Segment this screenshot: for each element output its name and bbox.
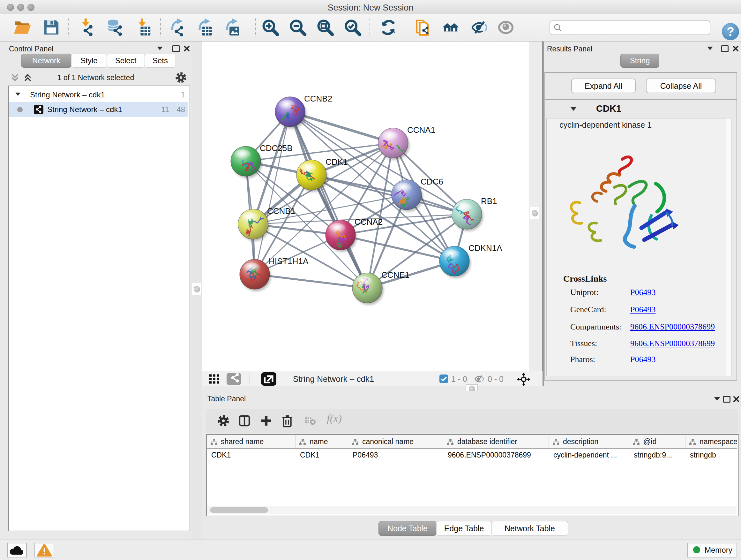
zoom-in-icon[interactable]: [261, 18, 279, 37]
float-panel-icon[interactable]: [172, 45, 180, 52]
float-panel-icon[interactable]: [721, 45, 729, 52]
refresh-icon[interactable]: [380, 18, 397, 37]
zoom-out-icon[interactable]: [289, 18, 307, 37]
crosslink-uniprot-link[interactable]: P06493: [630, 288, 656, 297]
table-cell[interactable]: stringdb:9...: [629, 448, 685, 461]
crosslink-tissues-link[interactable]: 9606.ENSP00000378699: [630, 339, 715, 348]
splitter-grip[interactable]: [192, 283, 201, 295]
table-cell[interactable]: cyclin-dependent ...: [549, 448, 629, 461]
tab-style[interactable]: Style: [71, 54, 107, 68]
table-cell[interactable]: 9606.ENSP00000378699: [443, 448, 549, 461]
tab-edge-table[interactable]: Edge Table: [436, 521, 492, 536]
table-options-gear-icon[interactable]: [217, 415, 230, 427]
create-column-plus-icon[interactable]: [260, 415, 273, 427]
crosslink-compartments-link[interactable]: 9606.ENSP00000378699: [630, 322, 715, 332]
expand-all-button[interactable]: Expand All: [571, 78, 636, 93]
crosslink-genecard-link[interactable]: P06493: [630, 305, 656, 314]
network-options-gear-icon[interactable]: [175, 71, 187, 84]
network-collection-row[interactable]: String Network – cdk1 1: [9, 87, 188, 102]
column-label: canonical name: [362, 437, 414, 446]
tab-string[interactable]: String: [620, 54, 659, 68]
memory-button[interactable]: Memory: [687, 543, 737, 557]
tab-network[interactable]: Network: [21, 54, 71, 68]
column-header[interactable]: canonical name: [348, 435, 443, 448]
column-header[interactable]: @id: [629, 435, 685, 448]
results-scrollbar[interactable]: [726, 118, 731, 376]
selected-checkbox-icon[interactable]: [440, 374, 448, 383]
close-panel-icon[interactable]: [732, 45, 739, 52]
fit-content-crosshair-icon[interactable]: [517, 373, 530, 386]
protein-structure-image: [561, 149, 685, 259]
cloud-status-button[interactable]: [7, 543, 27, 557]
show-columns-icon[interactable]: [238, 415, 251, 427]
clone-network-icon[interactable]: [414, 18, 432, 37]
network-edge[interactable]: [340, 235, 455, 261]
hide-panel-eye-icon[interactable]: [471, 18, 488, 37]
table-panel: Table Panel: [202, 391, 741, 540]
zoom-fit-icon[interactable]: [316, 18, 334, 37]
table-cell[interactable]: CDK1: [295, 448, 348, 461]
search-input[interactable]: [565, 22, 706, 33]
zoom-selected-icon[interactable]: [344, 18, 361, 37]
table-cell[interactable]: stringdb: [685, 448, 741, 461]
float-panel-icon[interactable]: [723, 396, 731, 402]
table-horizontal-scrollbar[interactable]: [207, 506, 737, 514]
network-graph[interactable]: CCNB2CCNA1CDC25BCDK1CDC6RB1CCNB1CCNA2CDK…: [202, 42, 529, 371]
column-header[interactable]: namespace: [685, 435, 741, 448]
network-node-cdkn1a[interactable]: CDKN1A: [440, 243, 502, 278]
column-header[interactable]: name: [295, 435, 348, 448]
crosslink-pharos-link[interactable]: P06493: [630, 355, 656, 364]
network-overview-toggle[interactable]: [226, 373, 241, 385]
tab-sets[interactable]: Sets: [145, 54, 176, 68]
export-network-icon[interactable]: [169, 18, 187, 37]
close-panel-icon[interactable]: [183, 45, 190, 52]
column-header[interactable]: database identifier: [443, 435, 549, 448]
open-session-icon[interactable]: [13, 18, 31, 37]
network-node-rb1[interactable]: RB1: [452, 196, 497, 231]
export-table-icon[interactable]: [197, 18, 214, 37]
network-edge[interactable]: [255, 274, 367, 288]
splitter-grip[interactable]: [530, 207, 539, 219]
network-edge[interactable]: [255, 112, 290, 274]
table-cell[interactable]: CDK1: [207, 448, 295, 461]
column-header[interactable]: shared name: [207, 435, 295, 448]
close-panel-icon[interactable]: [733, 395, 740, 402]
gene-collapse-icon[interactable]: [570, 107, 576, 111]
import-table-file-icon[interactable]: [134, 18, 152, 37]
collection-expand-icon[interactable]: [15, 92, 20, 96]
network-selection-status: 1 of 1 Network selected: [0, 73, 192, 82]
delete-column-trash-icon[interactable]: [281, 414, 293, 428]
home-layout-icon[interactable]: [442, 18, 460, 37]
import-network-file-icon[interactable]: [78, 18, 96, 37]
memory-label: Memory: [704, 546, 732, 555]
tab-network-table[interactable]: Network Table: [491, 521, 568, 536]
export-image-icon[interactable]: [224, 18, 242, 37]
table-row[interactable]: CDK1CDK1P064939606.ENSP00000378699cyclin…: [207, 448, 737, 461]
tab-node-table[interactable]: Node Table: [379, 521, 436, 536]
column-header[interactable]: description: [549, 435, 629, 448]
panel-menu-icon[interactable]: [714, 397, 720, 401]
table-cell[interactable]: P06493: [348, 448, 443, 461]
import-network-database-icon[interactable]: [106, 18, 124, 37]
network-canvas[interactable]: CCNB2CCNA1CDC25BCDK1CDC6RB1CCNB1CCNA2CDK…: [202, 42, 529, 371]
collapse-all-button[interactable]: Collapse All: [646, 78, 716, 93]
panel-menu-icon[interactable]: [157, 47, 163, 50]
panel-menu-icon[interactable]: [707, 47, 713, 50]
birds-eye-grid-icon[interactable]: [209, 374, 220, 384]
network-row-selected[interactable]: String Network – cdk1 11 48: [9, 102, 188, 117]
divider: [250, 373, 250, 385]
tab-select[interactable]: Select: [107, 54, 145, 68]
left-splitter[interactable]: [192, 42, 202, 540]
right-splitter[interactable]: [529, 42, 542, 371]
help-button[interactable]: ?: [722, 23, 739, 40]
network-node-ccne1[interactable]: CCNE1: [352, 270, 409, 305]
table-toolbar: f(x): [206, 409, 738, 433]
node-label: CDKN1A: [468, 243, 502, 253]
scrollbar-thumb[interactable]: [210, 507, 268, 513]
search-box[interactable]: [549, 20, 711, 35]
save-session-icon[interactable]: [43, 18, 60, 37]
open-in-browser-button[interactable]: [261, 372, 276, 386]
cytoscape-window: Session: New Session: [0, 0, 741, 560]
warning-status-button[interactable]: [35, 543, 54, 557]
network-node-hist1h1a[interactable]: HIST1H1A: [240, 256, 309, 291]
